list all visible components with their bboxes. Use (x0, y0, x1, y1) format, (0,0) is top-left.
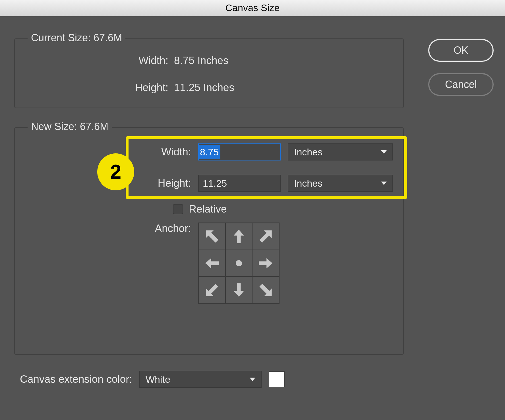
arrow-down-left-icon (204, 282, 220, 298)
anchor-center-dot-icon (231, 256, 247, 271)
window-title: Canvas Size (0, 0, 505, 16)
anchor-grid (198, 223, 280, 304)
current-size-legend: Current Size: 67.6M (28, 32, 125, 44)
arrow-right-icon (258, 256, 273, 271)
anchor-row: Anchor: (15, 223, 280, 304)
new-size-group: New Size: 67.6M 2 Width: 8.75 Inches Hei… (14, 127, 404, 355)
new-width-unit-select[interactable]: Inches (288, 143, 393, 160)
cancel-button-label: Cancel (445, 79, 477, 90)
anchor-middle-left[interactable] (199, 250, 225, 277)
ok-button[interactable]: OK (428, 39, 494, 62)
arrow-up-left-icon (204, 229, 220, 244)
arrow-down-icon (231, 282, 247, 298)
new-height-unit-value: Inches (294, 178, 322, 189)
dialog-button-column: OK Cancel (428, 39, 494, 96)
svg-point-4 (236, 260, 242, 266)
new-width-label: Width: (15, 146, 191, 158)
current-width-row: Width: 8.75 Inches (15, 55, 228, 67)
window-title-text: Canvas Size (225, 2, 280, 13)
dialog-body: OK Cancel Current Size: 67.6M Width: 8.7… (0, 16, 505, 420)
chevron-down-icon (381, 182, 387, 185)
arrow-up-icon (231, 229, 247, 244)
svg-marker-0 (206, 230, 218, 242)
relative-row: Relative (173, 203, 227, 215)
new-width-row: Width: 8.75 Inches (15, 143, 393, 160)
new-size-legend: New Size: 67.6M (28, 121, 112, 133)
cancel-button[interactable]: Cancel (428, 73, 494, 96)
arrow-down-right-icon (258, 282, 273, 298)
extension-color-label: Canvas extension color: (20, 373, 132, 385)
svg-marker-7 (234, 283, 244, 297)
extension-color-swatch[interactable] (269, 371, 285, 387)
svg-marker-5 (259, 258, 272, 269)
ok-button-label: OK (454, 44, 468, 56)
current-height-value: 11.25 Inches (174, 82, 234, 94)
current-width-value: 8.75 Inches (174, 55, 228, 67)
anchor-bottom-left[interactable] (199, 277, 225, 303)
svg-marker-2 (259, 230, 272, 242)
svg-marker-3 (205, 258, 219, 269)
anchor-top-right[interactable] (252, 223, 279, 250)
current-width-label: Width: (15, 55, 174, 67)
new-height-row: Height: Inches (15, 175, 393, 192)
arrow-up-right-icon (258, 229, 273, 244)
current-height-label: Height: (15, 82, 174, 94)
anchor-top-left[interactable] (199, 223, 225, 250)
extension-color-value: White (146, 374, 170, 385)
anchor-middle-right[interactable] (252, 250, 279, 277)
extension-color-row: Canvas extension color: White (20, 371, 285, 388)
arrow-left-icon (204, 256, 220, 271)
anchor-center[interactable] (225, 250, 252, 277)
new-width-input[interactable]: 8.75 (198, 143, 281, 160)
relative-checkbox[interactable] (173, 204, 183, 214)
svg-marker-8 (259, 284, 272, 296)
extension-color-select[interactable]: White (139, 371, 262, 388)
relative-label: Relative (189, 203, 227, 215)
current-size-group: Current Size: 67.6M Width: 8.75 Inches H… (14, 38, 404, 108)
current-height-row: Height: 11.25 Inches (15, 82, 234, 94)
chevron-down-icon (250, 378, 255, 381)
new-height-unit-select[interactable]: Inches (288, 175, 393, 192)
chevron-down-icon (381, 150, 387, 154)
new-width-input-value: 8.75 (199, 145, 220, 159)
anchor-top-center[interactable] (225, 223, 252, 250)
svg-marker-6 (206, 284, 218, 296)
new-width-unit-value: Inches (294, 147, 322, 158)
new-height-input[interactable] (198, 175, 281, 192)
new-height-label: Height: (15, 177, 191, 189)
anchor-bottom-right[interactable] (252, 277, 279, 303)
anchor-bottom-center[interactable] (225, 277, 252, 303)
svg-marker-1 (234, 230, 244, 243)
anchor-label: Anchor: (15, 223, 191, 234)
